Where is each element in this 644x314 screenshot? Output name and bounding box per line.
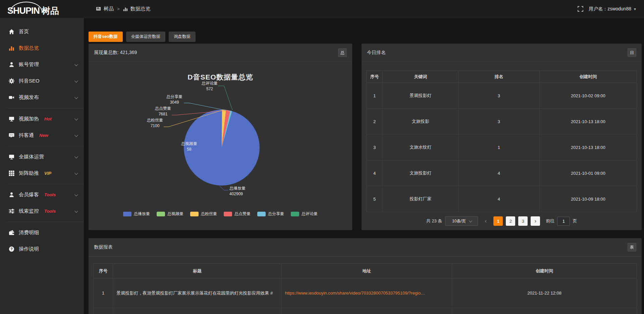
table-row: 1 景观投影灯 3 2021-10-02 09:00 [367,83,637,109]
legend-item[interactable]: 总粉丝量 [190,211,217,217]
app-logo[interactable]: SHUPIN 树品 [0,0,84,18]
video-url-link[interactable]: https://www.iesdouyin.com/share/video/70… [285,291,425,296]
bar-chart-icon [9,45,14,51]
pie-label-fans: 总粉丝量 7100 [140,117,170,129]
sidebar-item-member-leads[interactable]: 会员爆客 Tools [0,187,84,203]
bar-chart-icon [123,7,128,11]
table-row: 4 文旅投影灯 4 2021-10-01 09:00 [367,160,637,186]
goto-page-suffix: 页 [573,218,577,224]
page-2-button[interactable]: 2 [506,216,515,226]
sidebar-item-media-ops[interactable]: 全媒体运营 [0,149,84,165]
video-camera-icon [9,95,14,100]
prev-page-button[interactable]: ‹ [481,216,490,226]
sidebar-item-data-overview[interactable]: 数据总览 [0,40,84,56]
chevron-down-icon [74,154,78,158]
tab-inquiry-data[interactable]: 询盘数据 [169,32,196,42]
sidebar-item-video-publish[interactable]: 视频发布 [0,89,84,106]
next-page-button[interactable]: › [531,216,540,226]
main-content: 抖音seo数据 全媒体运营数据 询盘数据 展现量总数: 421,369 总 D音… [84,18,644,314]
legend-item[interactable]: 总评论量 [291,211,318,217]
pie-label-play: 总播放量 402909 [229,186,260,197]
sidebar-divider [6,184,84,184]
sidebar-item-account[interactable]: 账号管理 [0,56,84,73]
screen-heat-icon [9,116,14,122]
chevron-down-icon [74,116,78,120]
sidebar-divider [6,108,84,108]
sidebar-divider [6,146,84,146]
day-toggle-button[interactable]: 日 [628,48,636,57]
tab-douyin-seo-data[interactable]: 抖音seo数据 [89,32,123,42]
pie-label-video: 总视频量 58 [174,141,205,152]
board-icon [96,6,101,11]
gear-icon [9,78,14,84]
overview-panel: 展现量总数: 421,369 总 D音SEO数据量总览 总评论量 572 总分享… [89,44,352,230]
goto-page-input[interactable] [557,217,570,226]
chevron-down-icon [74,95,78,99]
leader-line-share [184,103,231,111]
breadcrumb-current[interactable]: 数据总览 [130,6,151,12]
chevron-down-icon [74,209,78,212]
sliders-icon [9,208,14,214]
chevron-down-icon [74,62,78,66]
legend-item[interactable]: 总点赞量 [224,211,251,217]
sidebar-item-help[interactable]: ? 操作说明 [0,241,84,257]
today-ranking-panel: 今日排名 日 序号 关键词 排名 创建时间 1 景观投影灯 [362,44,642,230]
legend-item[interactable]: 总分享量 [257,211,284,217]
sidebar-item-spend-details[interactable]: 消费明细 [0,224,84,241]
sidebar-item-video-heat[interactable]: 视频加热 Hot [0,111,84,127]
chevron-down-icon [469,219,472,222]
svg-text:?: ? [10,247,12,251]
ranking-table: 序号 关键词 排名 创建时间 1 景观投影灯 3 2021-10-02 09:0… [366,70,637,212]
table-row: 1 景观投影灯，夜游景观投影灯厂家展示展示落花灯在花园里的灯光投影应用效果 # … [94,278,637,308]
breadcrumb: 树品 > 数据总览 [96,6,151,12]
tab-media-ops-data[interactable]: 全媒体运营数据 [126,32,166,42]
grid-icon [9,170,14,176]
breadcrumb-root[interactable]: 树品 [104,6,114,12]
wallet-icon [9,230,14,235]
ranking-panel-title: 今日排名 [367,50,386,56]
sidebar-divider [6,222,84,222]
table-row: 3 文旅水纹灯 1 2021-10-13 18:00 [367,135,637,160]
table-row: 5 投影灯厂家 4 2021-10-09 18:00 [367,186,637,212]
new-badge: New [39,133,48,138]
sidebar-item-matrix-boost[interactable]: 矩阵助推 VIP [0,165,84,181]
username-label[interactable]: 用户名：zswodun88 [589,6,631,12]
sidebar-item-clue-monitor[interactable]: 线索监控 Tools [0,203,84,219]
sidebar-item-doukeTong[interactable]: 抖客通 New [0,127,84,144]
tools-badge: Tools [44,209,56,214]
chevron-down-icon [74,78,78,82]
tools-badge: Tools [44,192,56,197]
leader-line-play [220,186,228,190]
member-icon [9,192,14,198]
vip-badge: VIP [44,171,51,176]
page-3-button[interactable]: 3 [518,216,528,226]
page-size-select[interactable]: 10条/页 [445,216,478,226]
legend-swatch [190,212,199,216]
data-report-panel: 数据报表 表 序号 标题 地址 创建时间 1 景观投影灯，夜游景观投影灯 [89,238,642,314]
legend-swatch [157,212,165,216]
chevron-down-icon [74,171,78,174]
legend-item[interactable]: 总播放量 [123,211,150,217]
top-header: SHUPIN 树品 树品 > 数据总览 用户名：zswodun88 ▾ [0,0,644,18]
sidebar-item-douyin-seo[interactable]: 抖音SEO [0,73,84,89]
fullscreen-icon[interactable] [578,6,583,12]
home-icon [9,29,14,35]
hot-badge: Hot [44,116,52,121]
video-title-cell: 景观投影灯，夜游景观投影灯厂家展示展示落花灯在花园里的灯光投影应用效果 # [113,278,281,308]
caret-down-icon[interactable]: ▾ [634,7,636,11]
data-tabs: 抖音seo数据 全媒体运营数据 询盘数据 [89,32,196,42]
legend-item[interactable]: 总视频量 [157,211,183,217]
table-row [94,308,637,314]
page-1-button[interactable]: 1 [493,216,503,226]
goto-page-label: 前往 [546,218,554,224]
video-url-cell: https://www.iesdouyin.com/share/video/70… [281,278,452,308]
pie-label-share: 总分享量 3049 [159,94,190,105]
sidebar-item-home[interactable]: 首页 [0,23,84,40]
question-circle-icon: ? [9,246,14,252]
pie-label-like: 总点赞量 7681 [148,106,178,117]
chat-bubble-icon [9,133,14,138]
report-panel-title: 数据报表 [94,244,113,250]
table-header-row: 序号 标题 地址 创建时间 [94,264,637,278]
chevron-down-icon [74,133,78,137]
table-toggle-button[interactable]: 表 [628,243,636,252]
